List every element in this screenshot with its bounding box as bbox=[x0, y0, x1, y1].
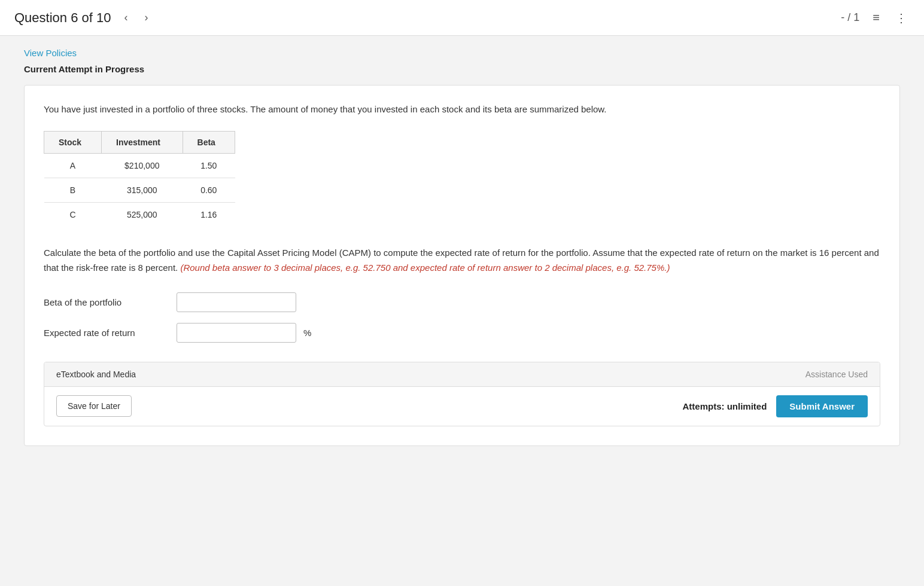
cell-beta: 1.50 bbox=[183, 154, 235, 178]
assistance-label: Assistance Used bbox=[806, 370, 868, 379]
next-button[interactable]: › bbox=[141, 9, 151, 26]
cell-beta: 1.16 bbox=[183, 203, 235, 227]
etextbook-label: eTextbook and Media bbox=[56, 370, 136, 379]
cell-investment: $210,000 bbox=[102, 154, 183, 178]
beta-label: Beta of the portfolio bbox=[44, 297, 169, 307]
cell-stock: C bbox=[44, 203, 102, 227]
capm-text: Calculate the beta of the portfolio and … bbox=[44, 246, 880, 276]
pct-label: % bbox=[303, 328, 311, 338]
return-label: Expected rate of return bbox=[44, 328, 169, 338]
more-icon[interactable]: ⋮ bbox=[893, 8, 910, 28]
table-row: B315,0000.60 bbox=[44, 178, 235, 203]
score-text: - / 1 bbox=[841, 11, 859, 24]
right-actions: Attempts: unlimited Submit Answer bbox=[683, 395, 868, 417]
question-card: You have just invested in a portfolio of… bbox=[24, 85, 900, 446]
return-input-row: Expected rate of return % bbox=[44, 323, 880, 343]
main-content: View Policies Current Attempt in Progres… bbox=[0, 36, 924, 586]
capm-round-note: (Round beta answer to 3 decimal places, … bbox=[180, 263, 670, 273]
return-input[interactable] bbox=[177, 323, 296, 343]
bottom-bar-actions: Save for Later Attempts: unlimited Submi… bbox=[44, 387, 880, 426]
cell-beta: 0.60 bbox=[183, 178, 235, 203]
cell-stock: B bbox=[44, 178, 102, 203]
bottom-bar-top: eTextbook and Media Assistance Used bbox=[44, 362, 880, 387]
beta-input-row: Beta of the portfolio bbox=[44, 292, 880, 312]
intro-text: You have just invested in a portfolio of… bbox=[44, 102, 880, 117]
beta-input[interactable] bbox=[177, 292, 296, 312]
col-header-investment: Investment bbox=[102, 132, 183, 154]
col-header-stock: Stock bbox=[44, 132, 102, 154]
bottom-bar: eTextbook and Media Assistance Used Save… bbox=[44, 362, 880, 426]
prev-button[interactable]: ‹ bbox=[120, 9, 131, 26]
cell-stock: A bbox=[44, 154, 102, 178]
page-wrapper: Question 6 of 10 ‹ › - / 1 ≡ ⋮ View Poli… bbox=[0, 0, 924, 586]
attempt-label: Current Attempt in Progress bbox=[24, 64, 900, 74]
view-policies-link[interactable]: View Policies bbox=[24, 48, 77, 58]
col-header-beta: Beta bbox=[183, 132, 235, 154]
submit-button[interactable]: Submit Answer bbox=[776, 395, 868, 417]
table-row: C525,0001.16 bbox=[44, 203, 235, 227]
cell-investment: 315,000 bbox=[102, 178, 183, 203]
top-bar-right: - / 1 ≡ ⋮ bbox=[841, 8, 910, 28]
top-bar: Question 6 of 10 ‹ › - / 1 ≡ ⋮ bbox=[0, 0, 924, 36]
top-bar-left: Question 6 of 10 ‹ › bbox=[14, 9, 151, 26]
list-icon[interactable]: ≡ bbox=[870, 8, 882, 27]
stock-table: Stock Investment Beta A$210,0001.50B315,… bbox=[44, 131, 235, 227]
attempts-text: Attempts: unlimited bbox=[683, 401, 767, 411]
cell-investment: 525,000 bbox=[102, 203, 183, 227]
question-title: Question 6 of 10 bbox=[14, 10, 111, 26]
table-row: A$210,0001.50 bbox=[44, 154, 235, 178]
save-later-button[interactable]: Save for Later bbox=[56, 395, 132, 417]
